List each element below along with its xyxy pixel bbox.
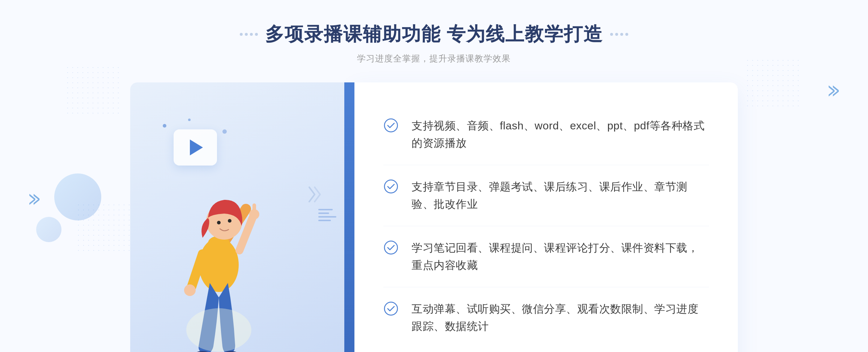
svg-point-15 xyxy=(384,119,397,132)
header-dots-left xyxy=(240,33,258,36)
features-panel: 支持视频、音频、flash、word、excel、ppt、pdf等各种格式的资源… xyxy=(354,82,738,352)
deco-circle-left xyxy=(54,173,101,220)
dot-8 xyxy=(625,33,628,36)
dot-pattern-left-top xyxy=(65,65,123,116)
svg-line-4 xyxy=(192,254,203,287)
dot-4 xyxy=(255,33,258,36)
dot-pattern-right-top xyxy=(745,58,803,108)
main-title: 多项录播课辅助功能 专为线上教学打造 xyxy=(265,22,603,47)
header-decorators: 多项录播课辅助功能 专为线上教学打造 xyxy=(240,22,628,47)
stripe-3 xyxy=(318,216,336,218)
svg-rect-13 xyxy=(252,203,256,214)
page-wrapper: ≫ ≫ 多项录播课辅助功能 专为线上教学打造 学习进度全掌握，提升录播课教学效果 xyxy=(0,0,868,352)
svg-point-16 xyxy=(384,180,397,193)
stripe-2 xyxy=(318,213,329,214)
svg-point-14 xyxy=(186,308,251,352)
illustration-card xyxy=(130,82,354,352)
feature-item-3: 学习笔记回看、课程提问、课程评论打分、课件资料下载，重点内容收藏 xyxy=(383,226,709,287)
stripe-lines xyxy=(318,209,336,221)
feature-item-4: 互动弹幕、试听购买、微信分享、观看次数限制、学习进度跟踪、数据统计 xyxy=(383,287,709,348)
feature-text-3: 学习笔记回看、课程提问、课程评论打分、课件资料下载，重点内容收藏 xyxy=(412,239,709,274)
header-dots-right xyxy=(610,33,628,36)
feature-text-2: 支持章节目录、弹题考试、课后练习、课后作业、章节测验、批改作业 xyxy=(412,178,709,213)
check-icon-1 xyxy=(383,118,399,133)
play-bubble xyxy=(174,129,217,166)
sparkle-3 xyxy=(222,129,227,134)
play-triangle-icon xyxy=(190,139,203,155)
subtitle: 学习进度全掌握，提升录播课教学效果 xyxy=(240,53,628,64)
ill-arrows-icon xyxy=(307,184,326,209)
blue-bar xyxy=(344,82,354,352)
dot-7 xyxy=(620,33,623,36)
deco-circle-small xyxy=(36,217,61,242)
stripe-4 xyxy=(318,220,331,221)
check-icon-3 xyxy=(383,240,399,255)
feature-text-4: 互动弹幕、试听购买、微信分享、观看次数限制、学习进度跟踪、数据统计 xyxy=(412,300,709,335)
check-icon-2 xyxy=(383,179,399,194)
svg-point-18 xyxy=(384,302,397,315)
check-icon-4 xyxy=(383,301,399,316)
stripe-1 xyxy=(318,209,333,210)
arrow-left-icon: ≫ xyxy=(29,188,40,210)
arrow-right-icon: ≫ xyxy=(828,80,839,101)
dot-5 xyxy=(610,33,613,36)
feature-item-1: 支持视频、音频、flash、word、excel、ppt、pdf等各种格式的资源… xyxy=(383,104,709,165)
svg-point-9 xyxy=(217,221,221,224)
person-figure xyxy=(152,167,282,352)
sparkle-2 xyxy=(188,119,191,121)
dot-6 xyxy=(615,33,618,36)
dot-3 xyxy=(250,33,253,36)
feature-item-2: 支持章节目录、弹题考试、课后练习、课后作业、章节测验、批改作业 xyxy=(383,165,709,226)
svg-point-17 xyxy=(384,241,397,254)
svg-point-10 xyxy=(228,219,231,223)
header-section: 多项录播课辅助功能 专为线上教学打造 学习进度全掌握，提升录播课教学效果 xyxy=(240,22,628,64)
svg-point-5 xyxy=(184,284,196,296)
sparkle-1 xyxy=(163,124,166,128)
content-area: 支持视频、音频、flash、word、excel、ppt、pdf等各种格式的资源… xyxy=(130,82,738,352)
dot-1 xyxy=(240,33,243,36)
feature-text-1: 支持视频、音频、flash、word、excel、ppt、pdf等各种格式的资源… xyxy=(412,117,709,152)
dot-2 xyxy=(245,33,248,36)
